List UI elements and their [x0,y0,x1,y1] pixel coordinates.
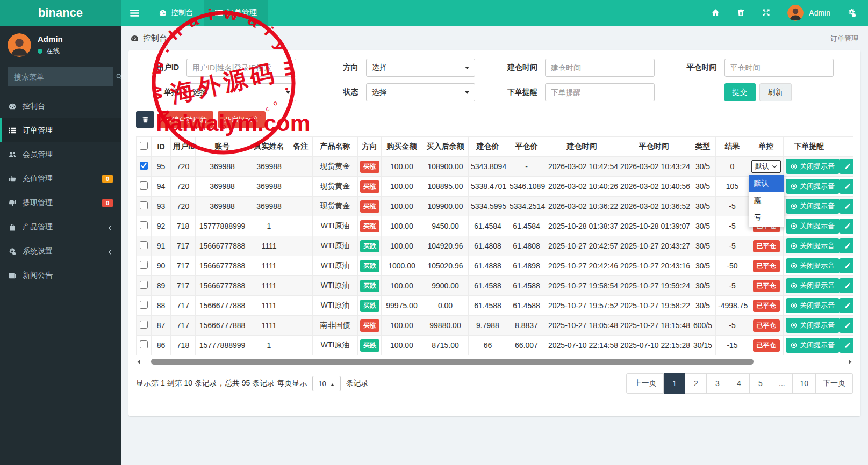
cell-amount: 100.00 [382,316,422,336]
edit-button[interactable] [839,298,853,313]
cell-ctime: 2025-10-27 18:15:48 [618,316,690,336]
row-checkbox[interactable] [140,301,148,309]
edit-button[interactable] [839,318,853,333]
bulk-delete-button[interactable] [136,111,154,128]
edit-button[interactable] [839,258,853,273]
sidebar-toggle-button[interactable] [121,0,148,26]
sidebar-item-products[interactable]: 产品管理 [0,215,121,239]
pencil-icon [844,163,851,170]
filter-select[interactable]: 选择 [186,83,296,101]
edit-button[interactable] [839,238,853,253]
page-10[interactable]: 10 [793,373,816,394]
sidebar-item-orders[interactable]: 订单管理 [0,118,121,142]
edit-button[interactable] [839,278,853,293]
page-4[interactable]: 4 [728,373,750,394]
closed-badge: 已平仓 [753,280,780,292]
edit-button[interactable] [839,219,853,234]
mute-alert-button[interactable]: 关闭提示音 [786,199,840,214]
sidebar-item-dashboard[interactable]: 控制台 [0,94,121,118]
select-all-checkbox[interactable] [140,142,148,150]
cell-result: -4998.75 [716,296,749,316]
row-checkbox[interactable] [140,221,148,229]
control-option[interactable]: 默认 [749,175,784,192]
expand-button[interactable] [762,8,770,18]
page-下一页[interactable]: 下一页 [816,373,853,394]
navbar-user[interactable]: Admin [787,5,830,21]
page-1[interactable]: 1 [664,373,685,394]
submit-button[interactable]: 提交 [724,83,756,101]
control-option[interactable]: 亏 [749,209,784,227]
page-2[interactable]: 2 [685,373,707,394]
home-button[interactable] [712,8,720,18]
direction-badge: 买跌 [360,280,379,292]
caret-down-icon [465,91,469,96]
cancel-auto-refresh-button[interactable]: 取消自动刷新 [159,111,213,128]
sidebar-item-settings[interactable]: 系统设置 [0,239,121,263]
cell-id: 94 [152,177,171,197]
row-checkbox[interactable] [140,261,148,269]
mute-alert-button[interactable]: 关闭提示音 [786,278,840,293]
page-上一页[interactable]: 上一页 [626,373,664,394]
mute-alert-button[interactable]: 关闭提示音 [786,338,840,353]
sidebar-item-news[interactable]: 新闻公告 [0,263,121,287]
filter-input[interactable] [186,59,296,77]
chevron-left-icon [107,225,113,231]
cell-ctime: 2025-10-27 20:43:27 [618,236,690,256]
filter-select[interactable]: 选择 [366,59,476,77]
cell-check [137,236,152,256]
mute-alert-button[interactable]: 关闭提示音 [786,318,840,333]
page-3[interactable]: 3 [707,373,728,394]
hscrollbar-thumb[interactable] [151,359,754,365]
control-option[interactable]: 赢 [749,192,784,209]
sidebar-item-withdraw[interactable]: 提现管理0 [0,191,121,215]
row-checkbox[interactable] [140,241,148,249]
scrollbar-track[interactable] [144,359,845,365]
filter-input[interactable] [545,59,655,77]
page-5[interactable]: 5 [750,373,771,394]
mute-alert-button[interactable]: 关闭提示音 [786,179,840,194]
row-checkbox[interactable] [140,340,148,348]
cell-id: 92 [152,216,171,236]
mute-alert-button[interactable]: 关闭提示音 [786,258,840,273]
edit-button[interactable] [839,199,853,214]
cell-otime: 2025-10-27 18:05:48 [546,316,618,336]
row-checkbox[interactable] [140,201,148,209]
tab-orders[interactable]: 订单管理 [204,0,268,26]
filter-input[interactable] [545,83,655,101]
cell-alert: 关闭提示音 [784,296,835,316]
filter-select[interactable]: 选择 [366,83,476,101]
sidebar-item-recharge[interactable]: 充值管理0 [0,166,121,191]
cell-check [137,177,152,197]
row-checkbox[interactable] [140,162,148,170]
cell-alert: 关闭提示音 [784,256,835,276]
sidebar-item-members[interactable]: 会员管理 [0,142,121,166]
mute-alert-button[interactable]: 关闭提示音 [786,238,840,253]
control-select[interactable]: 默认 [751,160,781,173]
refresh-button[interactable]: 刷新 [759,83,792,101]
filter-input[interactable] [724,59,834,77]
tab-dashboard[interactable]: 控制台 [148,0,204,26]
sound-toggle-button[interactable]: 开启提示音 [218,111,266,128]
scroll-right-arrow[interactable] [848,359,853,365]
edit-button[interactable] [839,179,853,194]
settings-gears-button[interactable] [848,8,856,18]
mute-alert-button[interactable]: 关闭提示音 [786,298,840,313]
mute-alert-button[interactable]: 关闭提示音 [786,219,840,234]
edit-button[interactable] [839,338,853,353]
row-checkbox[interactable] [140,321,148,329]
table-header-row: ID用户ID账号真实姓名备注产品名称方向购买金额买入后余额建仓价平仓价建仓时间平… [137,137,853,157]
trash-button[interactable] [737,8,745,18]
row-checkbox[interactable] [140,281,148,289]
cell-name: 1 [249,216,289,236]
pencil-icon [844,223,851,229]
mute-alert-button[interactable]: 关闭提示音 [786,159,840,174]
scroll-left-arrow[interactable] [136,359,141,365]
page-...[interactable]: ... [771,373,793,394]
edit-button[interactable] [839,159,853,174]
row-checkbox[interactable] [140,181,148,190]
direction-badge: 买涨 [360,220,379,233]
control-dropdown: 默认赢亏 [749,175,784,227]
app-logo[interactable]: binance [0,0,121,26]
page-size-select[interactable]: 10 [312,376,340,391]
sidebar-search-input[interactable] [14,72,111,81]
